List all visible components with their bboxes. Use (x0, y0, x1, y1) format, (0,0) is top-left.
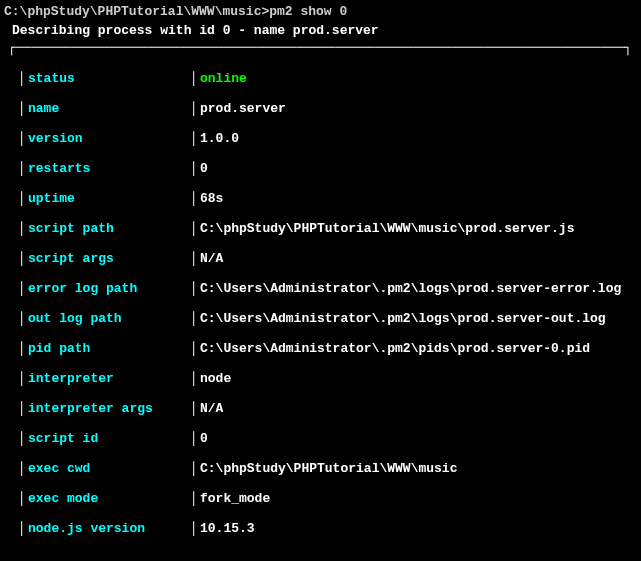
vertical-bar-icon: │ (190, 401, 200, 416)
table-value: node (200, 371, 641, 386)
vertical-bar-icon: │ (190, 221, 200, 236)
table-row: │interpreter args│N/A (18, 393, 641, 423)
table-row: │uptime│68s (18, 183, 641, 213)
table-key: out log path (28, 311, 190, 326)
table-value: 0 (200, 431, 641, 446)
vertical-bar-icon: │ (18, 401, 28, 416)
vertical-bar-icon: │ (190, 311, 200, 326)
vertical-bar-icon: │ (190, 371, 200, 386)
table-value: fork_mode (200, 491, 641, 506)
table-key: name (28, 101, 190, 116)
table-key: interpreter (28, 371, 190, 386)
table-value: online (200, 71, 641, 86)
table-row: │version│1.0.0 (18, 123, 641, 153)
table-key: script args (28, 251, 190, 266)
table-value: 10.15.3 (200, 521, 641, 536)
table-row: │script args│N/A (18, 243, 641, 273)
table-row: │out log path│C:\Users\Administrator\.pm… (18, 303, 641, 333)
table-row: │pid path│C:\Users\Administrator\.pm2\pi… (18, 333, 641, 363)
table-key: script id (28, 431, 190, 446)
table-row: │status│online (18, 63, 641, 93)
table-key: interpreter args (28, 401, 190, 416)
vertical-bar-icon: │ (190, 101, 200, 116)
table-key: restarts (28, 161, 190, 176)
vertical-bar-icon: │ (190, 191, 200, 206)
table-row: │script path│C:\phpStudy\PHPTutorial\WWW… (18, 213, 641, 243)
table-top-border: ┌───────────────────────────────────────… (0, 40, 641, 55)
vertical-bar-icon: │ (190, 431, 200, 446)
vertical-bar-icon: │ (18, 311, 28, 326)
table-row: │node.js version│10.15.3 (18, 513, 641, 543)
table-row: │script id│0 (18, 423, 641, 453)
table-value: 1.0.0 (200, 131, 641, 146)
vertical-bar-icon: │ (18, 191, 28, 206)
vertical-bar-icon: │ (190, 131, 200, 146)
table-key: version (28, 131, 190, 146)
description-line: Describing process with id 0 - name prod… (0, 23, 641, 38)
vertical-bar-icon: │ (190, 341, 200, 356)
table-key: status (28, 71, 190, 86)
table-value: N/A (200, 251, 641, 266)
vertical-bar-icon: │ (18, 491, 28, 506)
table-value: C:\phpStudy\PHPTutorial\WWW\music (200, 461, 641, 476)
table-value: 0 (200, 161, 641, 176)
vertical-bar-icon: │ (18, 221, 28, 236)
vertical-bar-icon: │ (190, 281, 200, 296)
command-prompt: C:\phpStudy\PHPTutorial\WWW\music>pm2 sh… (0, 4, 641, 19)
vertical-bar-icon: │ (18, 281, 28, 296)
vertical-bar-icon: │ (18, 431, 28, 446)
table-row: │name│prod.server (18, 93, 641, 123)
table-row: │exec mode│fork_mode (18, 483, 641, 513)
table-row: │restarts│0 (18, 153, 641, 183)
vertical-bar-icon: │ (18, 161, 28, 176)
vertical-bar-icon: │ (190, 251, 200, 266)
table-key: error log path (28, 281, 190, 296)
process-info-table: │status│online│name│prod.server│version│… (0, 63, 641, 543)
vertical-bar-icon: │ (190, 461, 200, 476)
table-row: │interpreter│node (18, 363, 641, 393)
table-row: │error log path│C:\Users\Administrator\.… (18, 273, 641, 303)
vertical-bar-icon: │ (18, 341, 28, 356)
table-value: C:\Users\Administrator\.pm2\pids\prod.se… (200, 341, 641, 356)
table-value: C:\phpStudy\PHPTutorial\WWW\music\prod.s… (200, 221, 641, 236)
table-value: C:\Users\Administrator\.pm2\logs\prod.se… (200, 311, 641, 326)
vertical-bar-icon: │ (18, 101, 28, 116)
vertical-bar-icon: │ (18, 521, 28, 536)
vertical-bar-icon: │ (190, 71, 200, 86)
vertical-bar-icon: │ (18, 371, 28, 386)
vertical-bar-icon: │ (18, 71, 28, 86)
table-value: N/A (200, 401, 641, 416)
table-key: exec cwd (28, 461, 190, 476)
table-key: script path (28, 221, 190, 236)
vertical-bar-icon: │ (190, 521, 200, 536)
table-key: node.js version (28, 521, 190, 536)
table-row: │exec cwd│C:\phpStudy\PHPTutorial\WWW\mu… (18, 453, 641, 483)
vertical-bar-icon: │ (18, 461, 28, 476)
table-key: exec mode (28, 491, 190, 506)
vertical-bar-icon: │ (190, 491, 200, 506)
table-value: C:\Users\Administrator\.pm2\logs\prod.se… (200, 281, 641, 296)
table-key: uptime (28, 191, 190, 206)
vertical-bar-icon: │ (190, 161, 200, 176)
vertical-bar-icon: │ (18, 251, 28, 266)
table-value: prod.server (200, 101, 641, 116)
table-key: pid path (28, 341, 190, 356)
table-value: 68s (200, 191, 641, 206)
vertical-bar-icon: │ (18, 131, 28, 146)
